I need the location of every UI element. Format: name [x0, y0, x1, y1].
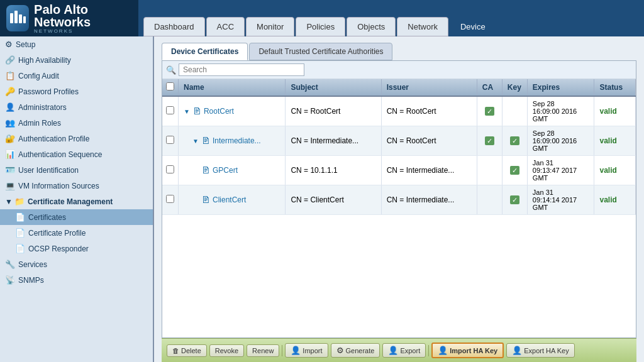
- sidebar-item-high-availability[interactable]: 🔗 High Availability: [0, 52, 153, 68]
- sidebar-item-config-audit[interactable]: 📋 Config Audit: [0, 68, 153, 84]
- export-ha-key-button[interactable]: 👤 Export HA Key: [506, 343, 575, 358]
- gpcert-link[interactable]: 🖹 GPCert: [184, 165, 280, 175]
- intermediate-subject: CN = Intermediate...: [286, 126, 381, 156]
- intermediate-ca: ✓: [477, 126, 502, 156]
- tab-acc[interactable]: ACC: [206, 17, 245, 36]
- sidebar-item-administrators[interactable]: 👤 Administrators: [0, 99, 153, 115]
- delete-button[interactable]: 🗑 Delete: [167, 344, 207, 357]
- sidebar-item-admin-roles[interactable]: 👥 Admin Roles: [0, 115, 153, 131]
- table-row: 🖹 ClientCert CN = ClientCert CN = Interm…: [162, 185, 636, 215]
- revoke-label: Revoke: [215, 347, 238, 354]
- ca-checked: ✓: [485, 136, 494, 145]
- sidebar-item-auth-sequence[interactable]: 📊 Authentication Sequence: [0, 146, 153, 162]
- search-bar: 🔍: [162, 61, 636, 79]
- table-row: ▼ 🖹 Intermediate... CN = Intermediate...…: [162, 126, 636, 156]
- sidebar-item-setup[interactable]: ⚙ Setup: [0, 36, 153, 52]
- tab-dashboard[interactable]: Dashboard: [143, 17, 205, 36]
- delete-icon: 🗑: [172, 347, 179, 354]
- sidebar-item-cert-profile[interactable]: 📄 Certificate Profile: [0, 225, 153, 241]
- sidebar-item-user-id[interactable]: 🪪 User Identification: [0, 162, 153, 178]
- sidebar-item-auth-profile[interactable]: 🔐 Authentication Profile: [0, 131, 153, 146]
- rootcert-link[interactable]: ▼ 🖹 RootCert: [184, 106, 280, 116]
- intermediate-key: ✓: [502, 126, 527, 156]
- sidebar-item-vm-info[interactable]: 💻 VM Information Sources: [0, 178, 153, 194]
- gpcert-name: GPCert: [213, 166, 238, 175]
- gpcert-key: ✓: [502, 156, 527, 185]
- col-status: Status: [594, 79, 636, 96]
- clientcert-link[interactable]: 🖹 ClientCert: [184, 195, 280, 205]
- ocsp-icon: 📄: [15, 244, 25, 253]
- row-name: 🖹 ClientCert: [179, 185, 286, 215]
- import-button[interactable]: 👤 Import: [285, 343, 328, 358]
- palo-logo-icon: [6, 5, 29, 31]
- intermediate-link[interactable]: ▼ 🖹 Intermediate...: [184, 136, 280, 146]
- renew-button[interactable]: Renew: [247, 344, 279, 357]
- userid-icon: 🪪: [5, 165, 15, 175]
- sidebar-item-snmp[interactable]: 📡 SNMPs: [0, 272, 153, 288]
- intermediate-status: valid: [594, 126, 636, 156]
- row-name: ▼ 🖹 Intermediate...: [179, 126, 286, 156]
- gpcert-subject: CN = 10.1.1.1: [286, 156, 381, 185]
- row-checkbox[interactable]: [162, 156, 179, 185]
- sidebar-item-certificates[interactable]: 📄 Certificates: [0, 209, 153, 225]
- generate-icon: ⚙: [336, 346, 344, 355]
- sidebar-item-password-profiles[interactable]: 🔑 Password Profiles: [0, 84, 153, 99]
- intermediate-issuer: CN = RootCert: [381, 126, 477, 156]
- config-label: Config Audit: [18, 72, 59, 80]
- tab-device-certs[interactable]: Device Certificates: [162, 43, 248, 60]
- cert-icon: 🖹: [201, 195, 210, 205]
- export-button[interactable]: 👤 Export: [382, 343, 426, 358]
- col-name: Name: [179, 79, 286, 96]
- toolbar-divider: [282, 345, 282, 356]
- generate-button[interactable]: ⚙ Generate: [331, 343, 380, 358]
- expand-arrow: ▼: [184, 108, 190, 115]
- import-ha-label: Import HA Key: [450, 347, 497, 354]
- nav-tabs: Dashboard ACC Monitor Policies Objects N…: [138, 0, 501, 36]
- revoke-button[interactable]: Revoke: [209, 344, 244, 357]
- table-row: ▼ 🖹 RootCert CN = RootCert CN = RootCert…: [162, 96, 636, 126]
- clientcert-expires: Jan 3109:14:14 2017GMT: [527, 185, 594, 215]
- import-ha-key-button[interactable]: 👤 Import HA Key: [431, 343, 504, 358]
- col-issuer: Issuer: [381, 79, 477, 96]
- tab-default-trusted[interactable]: Default Trusted Certificate Authorities: [249, 43, 392, 60]
- intermediate-expires: Sep 2816:09:00 2016GMT: [527, 126, 594, 156]
- gpcert-issuer: CN = Intermediate...: [381, 156, 477, 185]
- table-scroll: Name Subject Issuer CA Key Expires Statu…: [162, 79, 636, 337]
- key-checked: ✓: [510, 195, 519, 204]
- col-expires: Expires: [527, 79, 594, 96]
- gpcert-status: valid: [594, 156, 636, 185]
- table-row: 🖹 GPCert CN = 10.1.1.1 CN = Intermediate…: [162, 156, 636, 185]
- sidebar-item-services[interactable]: 🔧 Services: [0, 256, 153, 272]
- logo-company: Palo Alto Networks: [34, 3, 132, 28]
- password-label: Password Profiles: [18, 87, 79, 96]
- search-input[interactable]: [179, 63, 304, 76]
- tab-monitor[interactable]: Monitor: [246, 17, 294, 36]
- logo-subtitle: NETWORKS: [34, 28, 132, 34]
- cert-icon: 🖹: [201, 165, 210, 175]
- select-all-checkbox[interactable]: [166, 82, 174, 90]
- key-checked: ✓: [510, 136, 519, 145]
- certmgmt-icon: 📁: [14, 197, 25, 206]
- logo-text-area: Palo Alto Networks NETWORKS: [34, 3, 132, 34]
- ha-label: High Availability: [18, 56, 71, 65]
- tab-policies[interactable]: Policies: [296, 17, 345, 36]
- expand-arrow: ▼: [192, 138, 199, 145]
- rootcert-ca: ✓: [477, 96, 502, 126]
- tab-network[interactable]: Network: [397, 17, 448, 36]
- services-icon: 🔧: [5, 260, 15, 269]
- tab-objects[interactable]: Objects: [347, 17, 396, 36]
- export-ha-label: Export HA Key: [524, 347, 569, 354]
- row-checkbox[interactable]: [162, 185, 179, 215]
- clientcert-status: valid: [594, 185, 636, 215]
- col-ca: CA: [477, 79, 502, 96]
- row-checkbox[interactable]: [162, 96, 179, 126]
- search-icon: 🔍: [166, 65, 176, 75]
- rootcert-issuer: CN = RootCert: [381, 96, 477, 126]
- sidebar-item-ocsp[interactable]: 📄 OCSP Responder: [0, 241, 153, 256]
- sidebar-item-cert-mgmt[interactable]: ▼ 📁 Certificate Management: [0, 194, 153, 209]
- palo-logo-svg: [8, 8, 28, 28]
- row-checkbox[interactable]: [162, 126, 179, 156]
- tab-device[interactable]: Device: [450, 17, 496, 36]
- rootcert-status: valid: [594, 96, 636, 126]
- col-key: Key: [502, 79, 527, 96]
